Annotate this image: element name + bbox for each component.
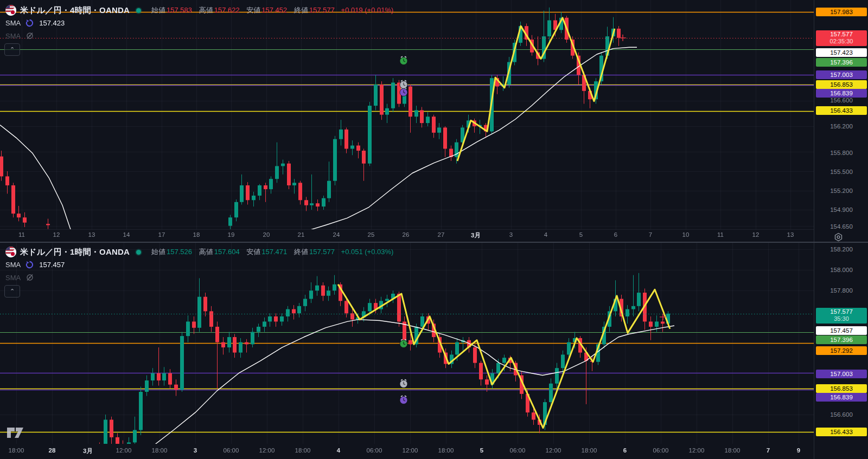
change-value: +0.019 (+0.01%) bbox=[341, 6, 394, 14]
sma-value: 157.423 bbox=[39, 19, 65, 27]
market-status-icon bbox=[136, 8, 141, 13]
open-value: 157.583 bbox=[167, 6, 192, 14]
time-tick-label: 14 bbox=[123, 231, 130, 238]
sma-hidden-label: SMA bbox=[5, 274, 21, 282]
price-label: 157.003 bbox=[816, 370, 867, 378]
price-tick-label: 155.200 bbox=[816, 186, 867, 195]
chart-application: 米ドル／円・4時間・OANDA 始値157.583 高値157.622 安値15… bbox=[0, 0, 868, 459]
time-tick-label: 5 bbox=[480, 447, 483, 454]
time-tick-label: 9 bbox=[797, 447, 800, 454]
time-tick-label: 21 bbox=[298, 231, 305, 238]
time-tick-label: 06:00 bbox=[653, 447, 669, 454]
indicator-row-sma-hidden[interactable]: SMA bbox=[5, 271, 393, 284]
price-tick-label: 156.200 bbox=[816, 122, 867, 131]
market-status-icon bbox=[136, 250, 141, 255]
low-value: 157.452 bbox=[261, 6, 287, 14]
time-tick-label: 18:00 bbox=[438, 447, 454, 454]
price-label: 157.57702:35:30 bbox=[816, 30, 867, 46]
time-tick-label: 12 bbox=[53, 231, 60, 238]
time-tick-label: 19 bbox=[228, 231, 235, 238]
time-tick-label: 28 bbox=[49, 447, 56, 454]
price-tick-label: 157.800 bbox=[816, 286, 867, 295]
time-tick-label: 12:00 bbox=[259, 447, 275, 454]
axis-settings-icon[interactable] bbox=[834, 232, 843, 242]
alert-clock-icon[interactable] bbox=[399, 395, 409, 405]
time-tick-label: 12 bbox=[752, 231, 760, 238]
indicator-row-sma[interactable]: SMA 157.423 bbox=[5, 16, 393, 29]
time-tick-label: 4 bbox=[337, 447, 340, 454]
sma-refresh-icon[interactable] bbox=[25, 19, 34, 27]
price-axis[interactable]: 157.983157.57702:35:30157.423157.396157.… bbox=[814, 0, 868, 459]
price-label: 157.396 bbox=[816, 335, 867, 344]
time-tick-label: 11 bbox=[717, 231, 724, 238]
time-tick-label: 18 bbox=[193, 231, 200, 238]
time-tick-label: 3 bbox=[509, 231, 513, 238]
sma-value: 157.457 bbox=[39, 261, 65, 269]
time-tick-label: 25 bbox=[368, 231, 375, 238]
open-label: 始値 bbox=[151, 6, 165, 14]
time-tick-label: 3 bbox=[194, 447, 197, 454]
price-label: 156.433 bbox=[816, 428, 867, 436]
pane-separator[interactable] bbox=[0, 242, 868, 243]
indicator-row-sma-hidden[interactable]: SMA bbox=[5, 29, 393, 42]
time-axis-4h[interactable]: 111213141718192021242526273月345671011121… bbox=[0, 229, 814, 242]
time-tick-label: 10 bbox=[682, 231, 690, 238]
price-tick-label: 158.000 bbox=[816, 266, 867, 274]
time-axis-1h[interactable]: 18:00283月12:0018:00306:0012:0018:00406:0… bbox=[0, 445, 814, 458]
time-tick-label: 13 bbox=[88, 231, 95, 238]
close-label: 終値 bbox=[294, 248, 308, 256]
time-tick-label: 20 bbox=[263, 231, 270, 238]
price-label: 156.853 bbox=[816, 80, 867, 89]
time-tick-label: 11 bbox=[18, 231, 25, 238]
time-tick-label: 4 bbox=[544, 231, 547, 238]
time-tick-label: 18:00 bbox=[725, 447, 741, 454]
price-label: 157.57735:30 bbox=[816, 308, 867, 324]
price-label: 157.396 bbox=[816, 58, 867, 67]
price-label: 156.839 bbox=[816, 393, 867, 402]
visibility-off-icon[interactable] bbox=[25, 31, 34, 40]
ohlc-readout-4h: 始値157.583 高値157.622 安値157.452 終値157.577 … bbox=[146, 5, 393, 15]
symbol-title[interactable]: 米ドル／円・4時間・OANDA bbox=[20, 5, 130, 16]
symbol-title[interactable]: 米ドル／円・1時間・OANDA bbox=[20, 247, 130, 257]
time-tick-label: 27 bbox=[438, 231, 445, 238]
indicator-row-sma[interactable]: SMA 157.457 bbox=[5, 258, 393, 271]
time-tick-label: 3月 bbox=[471, 231, 481, 240]
collapse-pane-button-1h[interactable]: ⌃ bbox=[4, 285, 20, 298]
symbol-flag-icon bbox=[5, 5, 16, 16]
ohlc-readout-1h: 始値157.526 高値157.604 安値157.471 終値157.577 … bbox=[146, 247, 393, 257]
price-tick-label: 156.600 bbox=[816, 96, 867, 105]
collapse-pane-button-4h[interactable]: ⌃ bbox=[4, 43, 20, 56]
sma-label: SMA bbox=[5, 261, 21, 269]
time-tick-label: 06:00 bbox=[367, 447, 382, 454]
time-tick-label: 18:00 bbox=[9, 447, 24, 454]
high-label: 高値 bbox=[199, 6, 213, 14]
price-label: 156.853 bbox=[816, 384, 867, 393]
open-value: 157.526 bbox=[167, 248, 192, 256]
price-tick-label: 156.600 bbox=[816, 410, 867, 419]
time-tick-label: 5 bbox=[579, 231, 583, 238]
change-value: +0.051 (+0.03%) bbox=[341, 248, 394, 256]
alert-clock-icon[interactable] bbox=[399, 56, 409, 66]
price-label: 157.457 bbox=[816, 326, 867, 335]
alert-clock-icon[interactable] bbox=[399, 80, 409, 89]
time-tick-label: 18:00 bbox=[582, 447, 597, 454]
alert-clock-icon[interactable] bbox=[399, 339, 409, 348]
time-tick-label: 24 bbox=[333, 231, 340, 238]
time-tick-label: 13 bbox=[787, 231, 794, 238]
time-tick-label: 6 bbox=[623, 447, 627, 454]
visibility-off-icon[interactable] bbox=[25, 273, 34, 282]
open-label: 始値 bbox=[151, 248, 165, 256]
time-tick-label: 06:00 bbox=[224, 447, 239, 454]
tradingview-logo bbox=[7, 426, 25, 441]
price-tick-label: 158.200 bbox=[816, 245, 867, 254]
sma-refresh-icon[interactable] bbox=[25, 261, 34, 269]
alert-clock-icon[interactable] bbox=[399, 379, 409, 389]
price-label: 157.292 bbox=[816, 346, 867, 355]
pane-header-1h: 米ドル／円・1時間・OANDA 始値157.526 高値157.604 安値15… bbox=[5, 246, 393, 284]
time-tick-label: 3月 bbox=[83, 447, 93, 455]
pane-header-4h: 米ドル／円・4時間・OANDA 始値157.583 高値157.622 安値15… bbox=[5, 4, 393, 42]
time-tick-label: 12:00 bbox=[403, 447, 418, 454]
time-tick-label: 12:00 bbox=[546, 447, 561, 454]
symbol-flag-icon bbox=[5, 247, 16, 257]
time-tick-label: 7 bbox=[767, 447, 770, 454]
